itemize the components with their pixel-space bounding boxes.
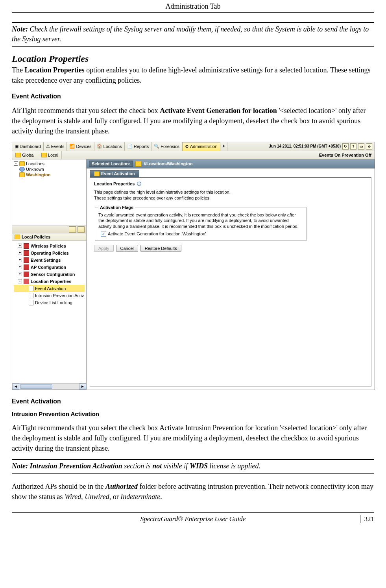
section-location-properties-heading: Location Properties — [12, 54, 374, 64]
restore-defaults-button[interactable]: Restore Defaults — [140, 245, 181, 252]
policy-icon — [24, 279, 29, 284]
tab-dashboard[interactable]: ▣Dashboard — [12, 142, 44, 151]
policy-child-device-list-locking[interactable]: Device List Locking — [14, 299, 85, 306]
folder-icon — [15, 235, 20, 239]
policy-event-settings[interactable]: +Event Settings — [14, 257, 85, 264]
activate-event-generation-checkbox[interactable]: ✓ — [101, 231, 106, 237]
cancel-button[interactable]: Cancel — [116, 245, 138, 252]
tree-node-unknown[interactable]: Unknown — [14, 166, 85, 172]
scroll-left-arrow-icon[interactable]: ◄ — [12, 383, 19, 390]
scroll-right-arrow-icon[interactable]: ► — [79, 383, 86, 390]
globe-icon — [19, 167, 25, 172]
section-location-properties-para: The Location Properties option enables y… — [12, 65, 374, 85]
policy-sensor-config[interactable]: +Sensor Configuration — [14, 271, 85, 278]
selected-location-path: //Locations/Washington — [144, 161, 193, 166]
policy-tree: +Wireless Policies +Operating Policies +… — [12, 241, 86, 383]
devices-icon: 📶 — [69, 144, 75, 149]
policy-icon — [24, 243, 29, 249]
help-icon[interactable]: ? — [350, 143, 356, 150]
panel-button-row: Apply Cancel Restore Defaults — [94, 245, 367, 252]
page-header-title: Administration Tab — [12, 0, 374, 12]
folder-icon — [19, 161, 25, 166]
location-tree-toolbar — [12, 226, 86, 233]
policy-location-properties[interactable]: -Location Properties — [14, 278, 85, 285]
forensics-icon: 🔍 — [154, 144, 159, 149]
tab-administration[interactable]: ⚙Administration — [182, 142, 220, 151]
event-activation-para: AirTight recommends that you select the … — [12, 105, 374, 136]
event-activation-heading: Event Activation — [12, 93, 374, 100]
activation-flags-fieldset: Activation Flags To avoid unwanted event… — [95, 205, 307, 241]
policy-child-intrusion-prevention[interactable]: Intrusion Prevention Activ — [14, 292, 85, 299]
scroll-thumb[interactable] — [20, 384, 52, 389]
fieldset-text: To avoid unwanted event generation activ… — [98, 212, 303, 230]
apply-button[interactable]: Apply — [94, 245, 114, 252]
intrusion-prevention-para: AirTight recommends that you select the … — [12, 423, 374, 453]
note-label: Note: — [12, 25, 28, 33]
folder-icon — [15, 153, 21, 157]
note-firewall: Note: Check the firewall settings of the… — [12, 22, 374, 47]
collapse-icon[interactable]: - — [18, 279, 22, 283]
location-tree: - Locations Unknown Washington — [12, 159, 86, 226]
tab-extra-icon[interactable]: ✦ — [220, 142, 227, 151]
selected-location-label: Selected Location: — [89, 161, 133, 167]
app-scope-toolbar: Global Local Events On Prevention Off — [12, 151, 375, 159]
administration-icon: ⚙ — [185, 144, 189, 149]
expand-icon[interactable]: + — [18, 251, 22, 255]
policy-ap-config[interactable]: +AP Configuration — [14, 264, 85, 271]
page-footer: SpectraGuard® Enterprise User Guide 321 — [12, 512, 374, 523]
policy-wireless[interactable]: +Wireless Policies — [14, 242, 85, 250]
policy-icon — [24, 264, 29, 270]
tree-tool-1[interactable] — [69, 226, 76, 233]
document-icon — [29, 300, 33, 305]
collapse-icon[interactable]: - — [14, 161, 18, 166]
policy-operating[interactable]: +Operating Policies — [14, 250, 85, 257]
app-screenshot: ▣Dashboard ⚠Events 📶Devices 🏠Locations 📄… — [12, 142, 375, 390]
policy-icon — [24, 250, 29, 256]
app-right-panel: Selected Location: //Locations/Washingto… — [87, 159, 375, 390]
folder-icon — [19, 172, 25, 177]
events-prevention-status: Events On Prevention Off — [316, 153, 375, 157]
tree-node-washington[interactable]: Washington — [14, 172, 85, 178]
tab-devices[interactable]: 📶Devices — [67, 142, 94, 151]
left-horizontal-scrollbar[interactable]: ◄ ► — [12, 383, 86, 390]
expand-icon[interactable]: + — [18, 265, 22, 269]
note-intrusion-wids: Note: Intrusion Prevention Activation se… — [12, 459, 374, 474]
tab-locations[interactable]: 🏠Locations — [94, 142, 125, 151]
fieldset-legend: Activation Flags — [98, 205, 135, 210]
selected-location-bar: Selected Location: //Locations/Washingto… — [87, 159, 375, 168]
logout-icon[interactable]: ⎋ — [366, 143, 372, 150]
authorized-aps-para: Authorized APs should be in the Authoriz… — [12, 481, 374, 502]
house-icon — [135, 161, 142, 166]
expand-icon[interactable]: + — [18, 272, 22, 276]
refresh-icon[interactable]: ↻ — [342, 143, 349, 150]
event-activation-tab[interactable]: Event Activation — [90, 170, 139, 177]
expand-icon[interactable]: + — [18, 258, 22, 262]
policy-icon — [24, 257, 29, 263]
folder-icon — [41, 153, 47, 157]
app-left-panel: - Locations Unknown Washington — [12, 159, 87, 390]
app-top-tabs: ▣Dashboard ⚠Events 📶Devices 🏠Locations 📄… — [12, 142, 375, 151]
header-rule — [12, 12, 374, 13]
figure-caption-event-activation: Event Activation — [12, 398, 374, 405]
top-right-status: Jun 14 2011, 02:51:03 PM (GMT +0530) ↻ ?… — [266, 142, 375, 151]
local-policies-header: Local Policies — [12, 233, 86, 241]
note-text: Check the firewall settings of the Syslo… — [12, 25, 369, 43]
tab-forensics[interactable]: 🔍Forensics — [151, 142, 182, 151]
timestamp: Jun 14 2011, 02:51:03 PM (GMT +0530) — [269, 144, 341, 148]
tree-tool-2[interactable] — [78, 226, 85, 233]
footer-guide-title: SpectraGuard® Enterprise User Guide — [140, 515, 246, 523]
tree-node-locations[interactable]: - Locations — [14, 161, 85, 166]
tab-reports[interactable]: 📄Reports — [125, 142, 152, 151]
scroll-track[interactable] — [19, 383, 79, 390]
tab-events[interactable]: ⚠Events — [44, 142, 67, 151]
scope-local-button[interactable]: Local — [38, 151, 62, 159]
house-icon — [94, 171, 100, 176]
panel-description: This page defines the high level adminis… — [94, 189, 367, 201]
policy-child-event-activation[interactable]: Event Activation — [14, 285, 85, 292]
expand-icon[interactable]: + — [18, 244, 22, 248]
window-icon[interactable]: ▭ — [358, 143, 364, 150]
locations-icon: 🏠 — [97, 144, 102, 149]
scope-global-button[interactable]: Global — [12, 151, 38, 159]
page-number: 321 — [360, 515, 375, 523]
info-icon[interactable]: ⓘ — [137, 181, 141, 187]
